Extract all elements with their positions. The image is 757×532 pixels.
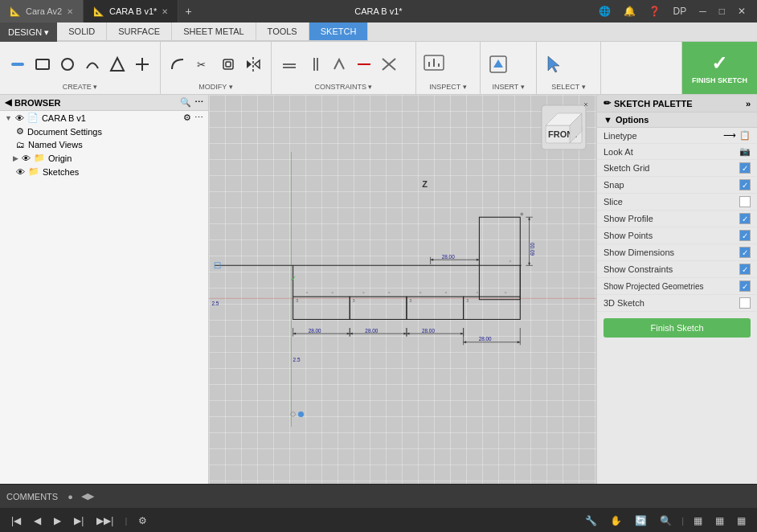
tab-close-1[interactable]: ✕ <box>67 7 73 16</box>
viewport[interactable]: 28.00 28.00 28.00 28.00 <box>209 95 596 484</box>
showprofile-checkbox[interactable]: ✓ <box>739 213 751 224</box>
eye-icon-sketches[interactable]: 👁 <box>16 167 25 177</box>
tab-tools[interactable]: TOOLS <box>256 23 309 40</box>
notification-button[interactable]: 🔔 <box>619 4 640 18</box>
offset-tool[interactable] <box>217 53 239 76</box>
view-mode2[interactable]: ▦ <box>710 513 729 529</box>
circle-tool[interactable] <box>56 53 79 76</box>
sidebar-item-sketches[interactable]: 👁 📁 Sketches <box>0 165 208 178</box>
showconstraints-checkbox[interactable]: ✓ <box>739 264 751 275</box>
browser-sidebar: ◀ BROWSER 🔍 ⋯ ▼ 👁 📄 CARA B v1 ⚙ ⋯ ⚙ Docu… <box>0 95 209 484</box>
navigate-tool2[interactable]: ✋ <box>605 513 627 529</box>
showpoints-checkbox[interactable]: ✓ <box>739 230 751 241</box>
finish-sketch-toolbar-button[interactable]: ✓ FINISH SKETCH <box>681 42 757 94</box>
comments-nav-icon[interactable]: ◀▶ <box>81 491 94 501</box>
insert-tool[interactable] <box>487 53 509 76</box>
snap-checkbox[interactable]: ✓ <box>739 179 751 190</box>
rectangle-tool[interactable] <box>31 53 54 76</box>
linetype-control[interactable]: ⟶ 📋 <box>723 130 751 141</box>
view-settings-button[interactable]: ⚙ <box>133 513 152 529</box>
constraints-label[interactable]: CONSTRAINTS ▾ <box>278 83 409 91</box>
user-button[interactable]: DP <box>669 4 692 18</box>
lookat-icon[interactable]: 📷 <box>739 146 751 157</box>
slice-checkbox[interactable] <box>739 196 751 207</box>
constraint3-tool[interactable] <box>328 53 350 76</box>
sidebar-item-origin[interactable]: ▶ 👁 📁 Origin <box>0 151 208 165</box>
close-button[interactable]: ✕ <box>733 4 751 18</box>
sidebar-item-docsettings[interactable]: ⚙ Document Settings <box>0 125 208 138</box>
playback-start-button[interactable]: |◀ <box>6 513 26 529</box>
more-icon-cara[interactable]: ⋯ <box>194 113 203 123</box>
globe-button[interactable]: 🌐 <box>594 4 616 18</box>
sidebar-item-cara[interactable]: ▼ 👁 📄 CARA B v1 ⚙ ⋯ <box>0 111 208 125</box>
select-label[interactable]: SELECT ▾ <box>543 83 594 91</box>
navigate-tool4[interactable]: 🔍 <box>655 513 677 529</box>
linetype-icon1[interactable]: ⟶ <box>723 130 736 141</box>
polygon-tool[interactable] <box>106 53 129 76</box>
tab-surface[interactable]: SURFACE <box>107 23 172 40</box>
palette-expand-icon[interactable]: » <box>746 99 751 108</box>
finish-sketch-panel-button[interactable]: Finish Sketch <box>604 318 751 338</box>
eye-icon-origin[interactable]: 👁 <box>22 153 31 163</box>
minimize-button[interactable]: ─ <box>694 4 711 18</box>
navigate-tool3[interactable]: 🔄 <box>630 513 652 529</box>
status-bar: COMMENTS ● ◀▶ <box>0 484 757 508</box>
showprofile-row: Show Profile ✓ <box>597 211 757 227</box>
playback-end-button[interactable]: ▶▶| <box>92 513 118 529</box>
browser-options-icon[interactable]: ⋯ <box>194 97 203 108</box>
sketchgrid-checkbox[interactable]: ✓ <box>739 162 751 174</box>
playback-play-button[interactable]: ▶ <box>49 513 66 529</box>
eye-icon-cara[interactable]: 👁 <box>15 113 24 123</box>
select-tool[interactable] <box>543 53 566 76</box>
maximize-button[interactable]: □ <box>714 4 730 18</box>
options-section[interactable]: ▼ Options <box>597 113 757 128</box>
tab-solid[interactable]: SOLID <box>57 23 107 40</box>
help-button[interactable]: ❓ <box>644 4 665 18</box>
finish-sketch-toolbar-label: FINISH SKETCH <box>692 76 747 84</box>
view-mode3[interactable]: ▦ <box>732 513 751 529</box>
lookat-control[interactable]: 📷 <box>739 146 751 157</box>
line-tool[interactable] <box>6 53 29 76</box>
title-bar: 📐 Cara Av2 ✕ 📐 CARA B v1* ✕ + CARA B v1*… <box>0 0 757 23</box>
browser-search-icon[interactable]: 🔍 <box>180 97 191 108</box>
create-label[interactable]: CREATE ▾ <box>6 83 153 91</box>
line2-tool[interactable] <box>131 53 153 76</box>
settings-icon-cara[interactable]: ⚙ <box>183 113 191 123</box>
trim-tool[interactable]: ✂ <box>192 53 215 76</box>
tab-cara-av2[interactable]: 📐 Cara Av2 ✕ <box>0 0 84 23</box>
palette-icon: ✏ <box>604 98 611 108</box>
inspect-icons <box>423 45 473 83</box>
inspect-label[interactable]: INSPECT ▾ <box>423 83 473 91</box>
constraint2-tool[interactable] <box>303 53 325 76</box>
sidebar-item-namedviews[interactable]: 🗂 Named Views <box>0 138 208 151</box>
view-cube[interactable]: FRONT <box>538 101 590 153</box>
tab-close-2[interactable]: ✕ <box>162 7 168 16</box>
inspect-tool[interactable] <box>423 53 445 76</box>
view-mode1[interactable]: ▦ <box>689 513 707 529</box>
linetype-icon2[interactable]: 📋 <box>739 130 751 141</box>
showdimensions-checkbox[interactable]: ✓ <box>739 247 751 258</box>
new-tab-button[interactable]: + <box>178 5 198 18</box>
bottom-toolbar: |◀ ◀ ▶ ▶| ▶▶| | ⚙ 🔧 ✋ 🔄 🔍 | ▦ ▦ ▦ <box>0 508 757 532</box>
design-mode-button[interactable]: DESIGN ▾ <box>0 23 57 42</box>
comments-add-icon[interactable]: ● <box>68 492 73 501</box>
arc-tool[interactable] <box>81 53 104 76</box>
mirror-tool[interactable] <box>242 53 264 76</box>
tab-sketch[interactable]: SKETCH <box>309 23 369 40</box>
browser-collapse-icon[interactable]: ◀ <box>5 97 11 108</box>
constraint1-tool[interactable] <box>278 53 301 76</box>
tab-cara-bv1[interactable]: 📐 CARA B v1* ✕ <box>84 0 178 23</box>
fillet-tool[interactable] <box>167 53 190 76</box>
constraint4-tool[interactable] <box>353 53 375 76</box>
playback-next-button[interactable]: ▶| <box>69 513 88 529</box>
showprojected-checkbox[interactable]: ✓ <box>739 280 751 292</box>
insert-label[interactable]: INSERT ▾ <box>487 83 530 91</box>
constraint5-tool[interactable] <box>378 53 400 76</box>
3dsketch-checkbox[interactable] <box>739 297 751 309</box>
modify-label[interactable]: MODIFY ▾ <box>167 83 264 91</box>
tab-sheet-metal[interactable]: SHEET METAL <box>172 23 256 40</box>
svg-marker-61 <box>464 341 467 343</box>
snap-label: Snap <box>604 180 739 190</box>
navigate-tool1[interactable]: 🔧 <box>580 513 602 529</box>
playback-prev-button[interactable]: ◀ <box>29 513 46 529</box>
